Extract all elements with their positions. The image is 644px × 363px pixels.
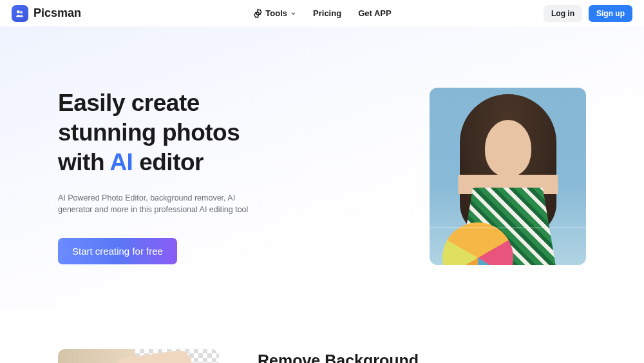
login-button[interactable]: Log in	[544, 5, 582, 22]
brand-name: Picsman	[33, 6, 81, 20]
tools-settings-icon	[252, 8, 263, 19]
hero-title: Easily create stunning photos with AI ed…	[58, 88, 391, 178]
header: Picsman Tools Pricing Get APP Log in Sig…	[0, 0, 644, 26]
hero-left: Easily create stunning photos with AI ed…	[58, 88, 391, 264]
nav-tools-label: Tools	[265, 8, 287, 18]
hero-title-line3-post: editor	[133, 149, 204, 175]
nav-tools[interactable]: Tools	[252, 8, 296, 19]
nav-pricing-label: Pricing	[313, 8, 341, 18]
chevron-down-icon	[290, 10, 296, 17]
hero-inner: Easily create stunning photos with AI ed…	[58, 88, 586, 265]
nav-getapp-label: Get APP	[358, 8, 392, 18]
logo-icon	[12, 5, 28, 22]
nav-getapp[interactable]: Get APP	[358, 8, 392, 18]
svg-point-0	[17, 10, 20, 14]
section2-inner: Remove Background	[58, 349, 586, 363]
nav-right: Log in Sign up	[544, 5, 632, 22]
signup-button[interactable]: Sign up	[589, 5, 632, 22]
hero-section: Easily create stunning photos with AI ed…	[0, 26, 644, 310]
person-face	[485, 120, 531, 177]
hero-title-line1: Easily create	[58, 90, 200, 116]
hero-image	[430, 88, 586, 265]
logo[interactable]: Picsman	[12, 5, 81, 22]
nav-center: Tools Pricing Get APP	[252, 8, 391, 19]
remove-bg-section: Remove Background	[0, 310, 644, 363]
hero-title-line3-pre: with	[58, 149, 109, 175]
hero-subtitle: AI Powered Photo Editor, background remo…	[58, 192, 251, 217]
hero-title-line2: stunning photos	[58, 119, 240, 146]
hero-title-ai: AI	[109, 149, 133, 175]
nav-pricing[interactable]: Pricing	[313, 8, 341, 18]
remove-bg-title: Remove Background	[258, 349, 419, 363]
remove-bg-image	[58, 349, 219, 363]
hero-image-scene	[430, 88, 586, 265]
svg-point-1	[20, 11, 23, 14]
svg-point-2	[256, 12, 259, 15]
slice-line	[430, 228, 586, 228]
start-creating-button[interactable]: Start creating for free	[58, 238, 177, 264]
